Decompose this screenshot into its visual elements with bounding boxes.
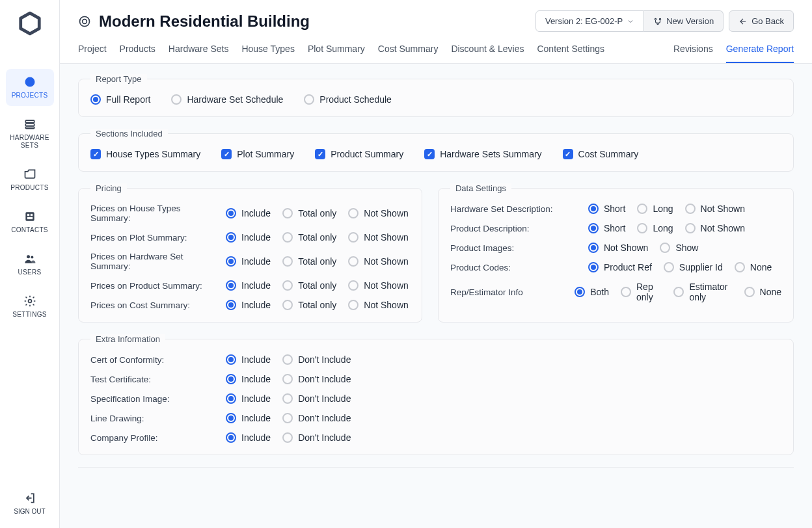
option-label: Test Certificate: — [90, 375, 213, 384]
sidebar-item-settings[interactable]: SETTINGS — [6, 288, 54, 325]
radio-label: Supplier Id — [679, 262, 723, 272]
section-hardware-sets-summary[interactable]: Hardware Sets Summary — [424, 149, 541, 159]
sign-out-button[interactable]: SIGN OUT — [14, 492, 45, 515]
radio-option[interactable]: Don't Include — [282, 374, 351, 384]
radio-option[interactable]: Total only — [282, 280, 336, 291]
sidebar-item-products[interactable]: PRODUCTS — [6, 161, 54, 198]
radio-option[interactable]: Not Shown — [348, 300, 408, 310]
new-version-button[interactable]: New Version — [644, 10, 724, 32]
data-settings-group: Data Settings Hardware Set Description:S… — [438, 183, 794, 323]
section-plot-summary[interactable]: Plot Summary — [221, 149, 294, 159]
radio-option[interactable]: Include — [226, 208, 271, 218]
radio-option[interactable]: Total only — [282, 256, 336, 267]
tab-discount-levies[interactable]: Discount & Levies — [451, 44, 524, 63]
radio-option[interactable]: Not Shown — [348, 208, 408, 218]
radio-option[interactable]: Include — [226, 374, 271, 384]
go-back-button[interactable]: Go Back — [729, 10, 794, 32]
sidebar: PROJECTS HARDWARE SETS PRODUCTS CONTACTS… — [0, 0, 60, 528]
radio-option[interactable]: Include — [226, 280, 271, 291]
option-radios: Product RefSupplier IdNone — [588, 262, 772, 272]
radio-option[interactable]: Include — [226, 413, 271, 423]
sections-group: Sections Included House Types Summary Pl… — [78, 129, 794, 172]
radio-option[interactable]: Include — [226, 393, 271, 404]
radio-option[interactable]: Estimator only — [673, 282, 732, 302]
radio-option[interactable]: Short — [588, 223, 625, 233]
option-row: Hardware Set Description:ShortLongNot Sh… — [450, 204, 781, 214]
svg-point-2 — [28, 81, 31, 84]
option-label: Company Profile: — [90, 433, 213, 443]
radio-option[interactable]: Supplier Id — [664, 262, 723, 272]
radio-label: Total only — [298, 300, 336, 310]
radio-option[interactable]: Not Shown — [685, 223, 745, 233]
svg-rect-4 — [25, 124, 34, 125]
report-type-legend: Report Type — [90, 74, 147, 84]
radio-label: Don't Include — [298, 354, 351, 365]
radio-option[interactable]: Total only — [282, 232, 336, 243]
radio-option[interactable]: None — [735, 262, 772, 272]
radio-label: Don't Include — [298, 393, 351, 404]
tab-content-settings[interactable]: Content Settings — [537, 44, 604, 63]
tab-revisions[interactable]: Revisions — [673, 44, 713, 63]
sidebar-item-label: HARDWARE SETS — [8, 134, 51, 150]
radio-option[interactable]: Don't Include — [282, 413, 351, 423]
radio-option[interactable]: Don't Include — [282, 432, 351, 443]
tab-products[interactable]: Products — [120, 44, 156, 63]
radio-label: Total only — [298, 256, 336, 267]
report-type-full[interactable]: Full Report — [90, 94, 150, 105]
content: Report Type Full Report Hardware Set Sch… — [60, 64, 812, 528]
report-type-hardware-set-schedule[interactable]: Hardware Set Schedule — [171, 94, 283, 105]
radio-option[interactable]: Long — [637, 223, 673, 233]
main-area: Modern Residential Building Version 2: E… — [60, 0, 812, 528]
radio-option[interactable]: Include — [226, 256, 271, 267]
svg-point-10 — [27, 255, 30, 258]
section-cost-summary[interactable]: Cost Summary — [563, 149, 639, 159]
section-product-summary[interactable]: Product Summary — [315, 149, 403, 159]
radio-option[interactable]: Both — [575, 282, 609, 302]
radio-label: Show — [675, 243, 698, 253]
arrow-left-icon — [738, 17, 748, 26]
radio-label: Total only — [298, 232, 336, 243]
radio-option[interactable]: Not Shown — [348, 280, 408, 291]
radio-option[interactable]: Rep only — [621, 282, 662, 302]
radio-option[interactable]: Show — [660, 243, 698, 253]
option-row: Specification Image:IncludeDon't Include — [90, 393, 781, 404]
section-house-types[interactable]: House Types Summary — [90, 149, 200, 159]
option-row: Product Images:Not ShownShow — [450, 243, 781, 253]
version-select-label: Version 2: EG-002-P — [545, 16, 623, 26]
radio-option[interactable]: Include — [226, 432, 271, 443]
radio-label: Short — [604, 204, 625, 214]
radio-option[interactable]: Not Shown — [588, 243, 648, 253]
radio-option[interactable]: Don't Include — [282, 354, 351, 365]
option-label: Product Images: — [450, 243, 575, 253]
tab-cost-summary[interactable]: Cost Summary — [378, 44, 439, 63]
radio-option[interactable]: Include — [226, 354, 271, 365]
sidebar-item-contacts[interactable]: CONTACTS — [6, 204, 54, 241]
radio-option[interactable]: Product Ref — [588, 262, 652, 272]
radio-option[interactable]: Include — [226, 300, 271, 310]
radio-option[interactable]: Include — [226, 232, 271, 243]
option-row: Line Drawing:IncludeDon't Include — [90, 413, 781, 423]
radio-option[interactable]: None — [744, 282, 781, 302]
option-radios: IncludeDon't Include — [226, 432, 351, 443]
page-title: Modern Residential Building — [99, 12, 310, 31]
radio-option[interactable]: Total only — [282, 208, 336, 218]
sidebar-item-users[interactable]: USERS — [6, 246, 54, 283]
data-settings-legend: Data Settings — [450, 183, 511, 193]
radio-option[interactable]: Short — [588, 204, 625, 214]
version-select[interactable]: Version 2: EG-002-P — [535, 10, 644, 32]
sidebar-item-projects[interactable]: PROJECTS — [6, 69, 54, 106]
radio-option[interactable]: Long — [637, 204, 673, 214]
tab-generate-report[interactable]: Generate Report — [726, 44, 794, 63]
radio-option[interactable]: Don't Include — [282, 393, 351, 404]
sidebar-item-hardware-sets[interactable]: HARDWARE SETS — [6, 111, 54, 156]
tab-project[interactable]: Project — [78, 44, 107, 63]
tab-house-types[interactable]: House Types — [241, 44, 294, 63]
option-radios: IncludeTotal onlyNot Shown — [226, 232, 409, 243]
tab-plot-summary[interactable]: Plot Summary — [308, 44, 365, 63]
radio-option[interactable]: Not Shown — [348, 232, 408, 243]
radio-option[interactable]: Total only — [282, 300, 336, 310]
radio-option[interactable]: Not Shown — [348, 256, 408, 267]
tab-hardware-sets[interactable]: Hardware Sets — [169, 44, 229, 63]
report-type-product-schedule[interactable]: Product Schedule — [304, 94, 392, 105]
radio-option[interactable]: Not Shown — [685, 204, 745, 214]
